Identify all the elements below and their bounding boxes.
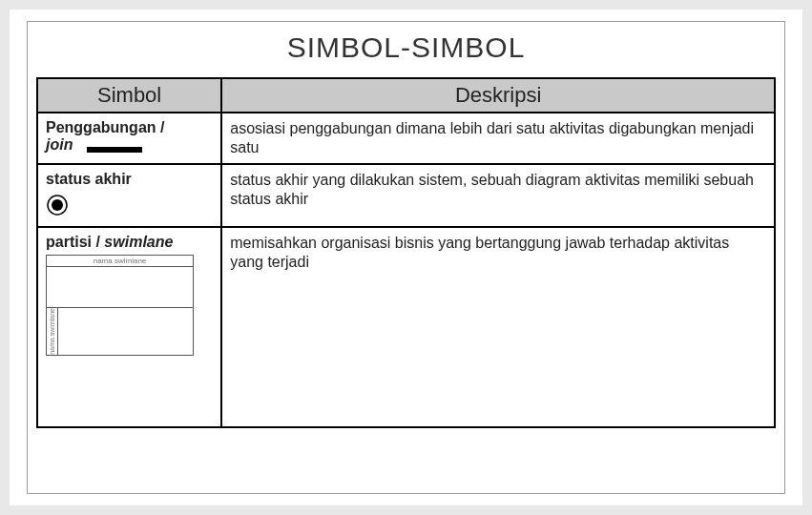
slide-frame: SIMBOL-SIMBOL Simbol Deskripsi Penggabun… — [27, 21, 785, 494]
final-state-icon — [46, 194, 213, 220]
header-deskripsi: Deskripsi — [221, 78, 775, 113]
cell-desc: status akhir yang dilakukan sistem, sebu… — [221, 164, 775, 227]
table-row: status akhir status akhir yang dilakukan… — [37, 164, 775, 227]
symbol-label-sub: swimlane — [104, 234, 173, 250]
slide: SIMBOL-SIMBOL Simbol Deskripsi Penggabun… — [10, 10, 802, 505]
join-bar-icon — [87, 147, 142, 153]
svg-point-1 — [52, 199, 63, 211]
symbol-label-main: partisi / — [46, 234, 104, 250]
table-row: Penggabungan / join asosiasi penggabunga… — [37, 113, 775, 164]
swimlane-label-vertical: nama swimlane — [47, 308, 58, 355]
cell-symbol-join: Penggabungan / join — [37, 113, 221, 164]
swimlane-label-horizontal: nama swimlane — [47, 256, 193, 267]
symbol-table: Simbol Deskripsi Penggabungan / join aso… — [36, 77, 776, 428]
page-title: SIMBOL-SIMBOL — [28, 31, 784, 64]
swimlane-icon: nama swimlane nama swimlane — [46, 255, 194, 356]
cell-symbol-swimlane: partisi / swimlane nama swimlane nama sw… — [37, 227, 221, 427]
symbol-label-main: status akhir — [46, 171, 132, 187]
title-area: SIMBOL-SIMBOL — [28, 22, 784, 70]
cell-symbol-final: status akhir — [37, 164, 221, 227]
cell-desc: memisahkan organisasi bisnis yang bertan… — [221, 227, 775, 427]
symbol-label-sub: join — [46, 136, 73, 153]
symbol-label-main: Penggabungan / — [46, 119, 164, 135]
cell-desc: asosiasi penggabungan dimana lebih dari … — [221, 113, 775, 164]
table-row: partisi / swimlane nama swimlane nama sw… — [37, 227, 775, 427]
table-header-row: Simbol Deskripsi — [37, 78, 775, 113]
header-simbol: Simbol — [37, 78, 221, 113]
